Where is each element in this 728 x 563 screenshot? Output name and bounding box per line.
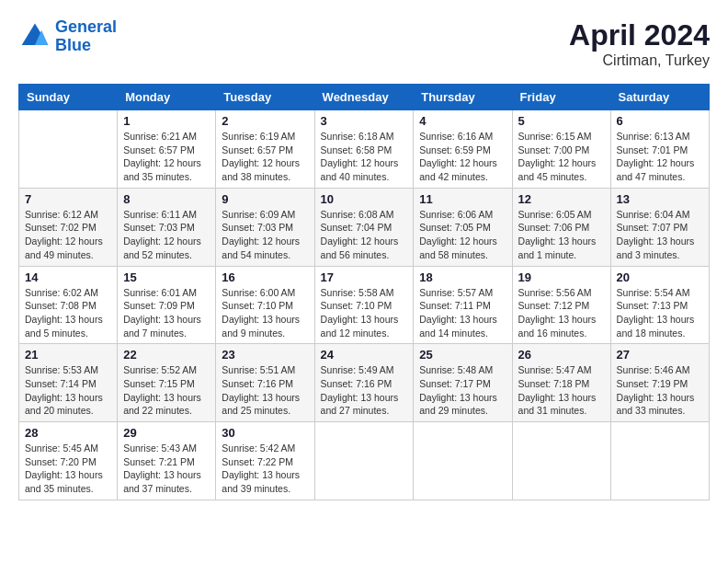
calendar-cell: 26Sunrise: 5:47 AMSunset: 7:18 PMDayligh… [512,344,610,422]
weekday-header-friday: Friday [512,85,610,110]
calendar-table: SundayMondayTuesdayWednesdayThursdayFrid… [18,84,710,500]
day-info: Sunrise: 6:08 AMSunset: 7:04 PMDaylight:… [321,208,408,262]
calendar-cell: 27Sunrise: 5:46 AMSunset: 7:19 PMDayligh… [610,344,709,422]
day-number: 24 [321,348,408,362]
calendar-cell: 21Sunrise: 5:53 AMSunset: 7:14 PMDayligh… [19,344,118,422]
day-number: 28 [25,426,111,440]
day-number: 3 [321,114,408,128]
calendar-cell: 9Sunrise: 6:09 AMSunset: 7:03 PMDaylight… [216,188,314,266]
calendar-cell [512,422,610,500]
day-info: Sunrise: 6:15 AMSunset: 7:00 PMDaylight:… [518,130,605,184]
title-block: April 2024 Cirtiman, Turkey [569,18,710,69]
calendar-cell [314,422,414,500]
calendar-cell: 5Sunrise: 6:15 AMSunset: 7:00 PMDaylight… [512,110,610,189]
day-info: Sunrise: 5:42 AMSunset: 7:22 PMDaylight:… [222,442,308,496]
day-number: 6 [617,114,703,128]
weekday-header-monday: Monday [118,85,216,110]
day-info: Sunrise: 5:57 AMSunset: 7:11 PMDaylight:… [419,286,506,340]
logo-icon [18,20,51,53]
day-number: 20 [617,270,703,284]
day-number: 16 [222,270,308,284]
calendar-cell: 13Sunrise: 6:04 AMSunset: 7:07 PMDayligh… [610,188,709,266]
day-number: 8 [123,192,210,206]
calendar-cell: 8Sunrise: 6:11 AMSunset: 7:03 PMDaylight… [118,188,216,266]
day-info: Sunrise: 5:46 AMSunset: 7:19 PMDaylight:… [617,363,703,418]
calendar-title: April 2024 [569,18,710,52]
weekday-header-row: SundayMondayTuesdayWednesdayThursdayFrid… [19,85,710,110]
day-number: 10 [321,192,408,206]
day-info: Sunrise: 6:16 AMSunset: 6:59 PMDaylight:… [419,130,506,184]
calendar-week-row: 21Sunrise: 5:53 AMSunset: 7:14 PMDayligh… [19,344,710,422]
calendar-subtitle: Cirtiman, Turkey [569,52,710,69]
calendar-cell: 20Sunrise: 5:54 AMSunset: 7:13 PMDayligh… [610,266,709,344]
calendar-header: SundayMondayTuesdayWednesdayThursdayFrid… [19,85,710,110]
calendar-cell: 4Sunrise: 6:16 AMSunset: 6:59 PMDaylight… [414,110,512,189]
calendar-week-row: 28Sunrise: 5:45 AMSunset: 7:20 PMDayligh… [19,422,710,500]
calendar-cell: 1Sunrise: 6:21 AMSunset: 6:57 PMDaylight… [118,110,216,189]
weekday-header-tuesday: Tuesday [216,85,314,110]
calendar-cell: 29Sunrise: 5:43 AMSunset: 7:21 PMDayligh… [118,422,216,500]
day-info: Sunrise: 6:06 AMSunset: 7:05 PMDaylight:… [419,208,506,262]
day-info: Sunrise: 5:48 AMSunset: 7:17 PMDaylight:… [419,363,506,418]
calendar-cell: 16Sunrise: 6:00 AMSunset: 7:10 PMDayligh… [216,266,314,344]
calendar-cell [414,422,512,500]
day-info: Sunrise: 5:56 AMSunset: 7:12 PMDaylight:… [518,286,605,340]
day-info: Sunrise: 5:54 AMSunset: 7:13 PMDaylight:… [617,286,703,340]
logo-text: General Blue [55,18,117,55]
day-info: Sunrise: 5:47 AMSunset: 7:18 PMDaylight:… [518,363,605,418]
logo-line1: General [55,17,117,36]
calendar-body: 1Sunrise: 6:21 AMSunset: 6:57 PMDaylight… [19,110,710,500]
calendar-cell: 15Sunrise: 6:01 AMSunset: 7:09 PMDayligh… [118,266,216,344]
day-info: Sunrise: 6:05 AMSunset: 7:06 PMDaylight:… [518,208,605,262]
day-number: 29 [123,426,210,440]
day-number: 12 [518,192,605,206]
weekday-header-thursday: Thursday [414,85,512,110]
day-info: Sunrise: 5:49 AMSunset: 7:16 PMDaylight:… [321,363,408,418]
day-number: 5 [518,114,605,128]
day-info: Sunrise: 6:00 AMSunset: 7:10 PMDaylight:… [222,286,308,340]
calendar-week-row: 1Sunrise: 6:21 AMSunset: 6:57 PMDaylight… [19,110,710,189]
day-info: Sunrise: 5:53 AMSunset: 7:14 PMDaylight:… [25,363,111,418]
day-number: 26 [518,348,605,362]
day-info: Sunrise: 6:19 AMSunset: 6:57 PMDaylight:… [222,130,308,184]
day-number: 9 [222,192,308,206]
day-number: 18 [419,270,506,284]
day-info: Sunrise: 6:01 AMSunset: 7:09 PMDaylight:… [123,286,210,340]
logo: General Blue [18,18,117,55]
day-info: Sunrise: 6:12 AMSunset: 7:02 PMDaylight:… [25,208,111,262]
day-number: 25 [419,348,506,362]
day-number: 11 [419,192,506,206]
day-info: Sunrise: 6:09 AMSunset: 7:03 PMDaylight:… [222,208,308,262]
day-info: Sunrise: 5:52 AMSunset: 7:15 PMDaylight:… [123,363,210,418]
calendar-week-row: 14Sunrise: 6:02 AMSunset: 7:08 PMDayligh… [19,266,710,344]
day-number: 4 [419,114,506,128]
day-info: Sunrise: 6:18 AMSunset: 6:58 PMDaylight:… [321,130,408,184]
calendar-cell [610,422,709,500]
calendar-cell: 28Sunrise: 5:45 AMSunset: 7:20 PMDayligh… [19,422,118,500]
calendar-cell: 30Sunrise: 5:42 AMSunset: 7:22 PMDayligh… [216,422,314,500]
calendar-cell: 17Sunrise: 5:58 AMSunset: 7:10 PMDayligh… [314,266,414,344]
day-info: Sunrise: 6:04 AMSunset: 7:07 PMDaylight:… [617,208,703,262]
day-info: Sunrise: 6:02 AMSunset: 7:08 PMDaylight:… [25,286,111,340]
calendar-cell [19,110,118,189]
day-number: 15 [123,270,210,284]
calendar-cell: 25Sunrise: 5:48 AMSunset: 7:17 PMDayligh… [414,344,512,422]
day-number: 23 [222,348,308,362]
calendar-cell: 3Sunrise: 6:18 AMSunset: 6:58 PMDaylight… [314,110,414,189]
day-number: 13 [617,192,703,206]
day-number: 27 [617,348,703,362]
day-number: 21 [25,348,111,362]
calendar-cell: 14Sunrise: 6:02 AMSunset: 7:08 PMDayligh… [19,266,118,344]
day-number: 1 [123,114,210,128]
weekday-header-wednesday: Wednesday [314,85,414,110]
day-number: 17 [321,270,408,284]
calendar-cell: 7Sunrise: 6:12 AMSunset: 7:02 PMDaylight… [19,188,118,266]
calendar-cell: 18Sunrise: 5:57 AMSunset: 7:11 PMDayligh… [414,266,512,344]
day-info: Sunrise: 6:11 AMSunset: 7:03 PMDaylight:… [123,208,210,262]
page-header: General Blue April 2024 Cirtiman, Turkey [18,18,710,69]
calendar-cell: 2Sunrise: 6:19 AMSunset: 6:57 PMDaylight… [216,110,314,189]
day-info: Sunrise: 5:43 AMSunset: 7:21 PMDaylight:… [123,442,210,496]
day-number: 7 [25,192,111,206]
day-number: 2 [222,114,308,128]
day-info: Sunrise: 6:21 AMSunset: 6:57 PMDaylight:… [123,130,210,184]
